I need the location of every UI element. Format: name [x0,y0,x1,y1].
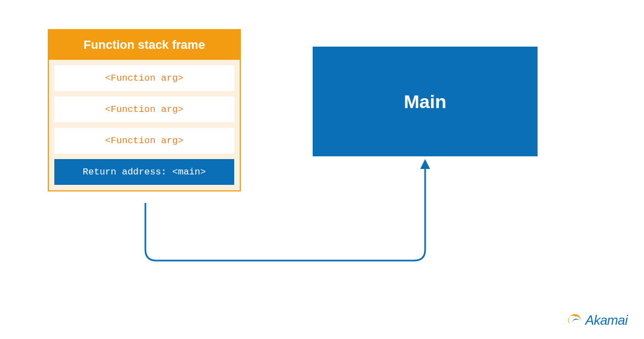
function-stack-frame: Function stack frame <Function arg> <Fun… [48,29,241,191]
svg-marker-0 [420,159,430,169]
stack-row-arg: <Function arg> [54,97,234,122]
stack-row-arg: <Function arg> [54,65,234,91]
akamai-swoosh-icon [568,313,583,328]
akamai-logo: Akamai [568,313,628,328]
stack-frame-body: <Function arg> <Function arg> <Function … [49,60,240,190]
stack-row-arg: <Function arg> [54,128,234,154]
stack-frame-title: Function stack frame [49,30,240,60]
main-box-label: Main [404,91,446,112]
akamai-logo-text: Akamai [585,313,628,328]
main-box: Main [313,47,538,156]
stack-row-return-address: Return address: <main> [54,159,234,185]
